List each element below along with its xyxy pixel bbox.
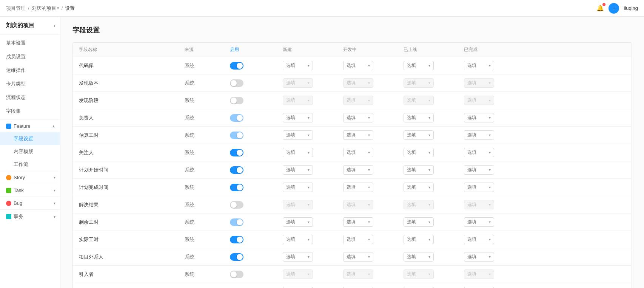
select-box[interactable]: 选填▾: [404, 165, 434, 175]
field-toggle[interactable]: [230, 253, 243, 261]
sidebar-group-header-task[interactable]: Task ▾: [0, 184, 60, 197]
select-chevron-icon: ▾: [308, 272, 310, 276]
sidebar-item-ops[interactable]: 运维操作: [0, 63, 60, 77]
field-toggle[interactable]: [230, 271, 243, 278]
field-toggle[interactable]: [230, 149, 243, 156]
select-label: 选填: [467, 219, 476, 225]
sidebar-sub-item-field-settings[interactable]: 字段设置: [0, 132, 60, 145]
select-label: 选填: [347, 115, 356, 121]
select-box[interactable]: 选填▾: [404, 130, 434, 140]
select-box[interactable]: 选填▾: [283, 61, 313, 70]
new-cell: 选填▾: [283, 183, 343, 192]
sidebar-item-member[interactable]: 成员设置: [0, 50, 60, 63]
field-name-cell: 关注人: [79, 149, 185, 156]
field-toggle[interactable]: [230, 62, 243, 70]
select-label: 选填: [467, 201, 476, 208]
sidebar-item-basic[interactable]: 基本设置: [0, 36, 60, 50]
select-box[interactable]: 选填▾: [404, 61, 434, 70]
story-chevron-icon: ▾: [54, 175, 55, 180]
select-box[interactable]: 选填▾: [283, 113, 313, 122]
select-box[interactable]: 选填▾: [404, 148, 434, 157]
field-name-cell: 估算工时: [79, 132, 185, 139]
select-box[interactable]: 选填▾: [343, 130, 373, 140]
select-label: 选填: [347, 201, 356, 208]
user-name[interactable]: liuqing: [624, 5, 638, 11]
breadcrumb-project-mgmt[interactable]: 项目管理: [6, 5, 26, 12]
select-box[interactable]: 选填▾: [464, 252, 494, 262]
select-box[interactable]: 选填▾: [283, 148, 313, 157]
select-box[interactable]: 选填▾: [343, 61, 373, 70]
select-label: 选填: [286, 219, 295, 225]
field-toggle[interactable]: [230, 114, 243, 122]
new-cell: 选填▾: [283, 113, 343, 122]
select-chevron-icon: ▾: [489, 272, 491, 276]
table-row: 发现阶段系统选填▾选填▾选填▾选填▾: [73, 92, 632, 109]
select-box[interactable]: 选填▾: [464, 165, 494, 175]
online-cell: 选填▾: [404, 148, 464, 157]
done-cell: 选填▾: [464, 200, 524, 209]
sidebar-sub-item-workflow[interactable]: 工作流: [0, 158, 60, 171]
select-label: 选填: [286, 167, 295, 173]
sidebar-group-header-feature[interactable]: Feature ▲: [0, 120, 60, 132]
sidebar-item-card-type[interactable]: 卡片类型: [0, 77, 60, 91]
select-box[interactable]: 选填▾: [343, 113, 373, 122]
field-toggle[interactable]: [230, 97, 243, 104]
select-box[interactable]: 选填▾: [404, 252, 434, 262]
select-box[interactable]: 选填▾: [283, 165, 313, 175]
field-toggle[interactable]: [230, 79, 243, 87]
online-cell: 选填▾: [404, 113, 464, 122]
field-source-cell: 系统: [185, 219, 230, 226]
select-box[interactable]: 选填▾: [343, 217, 373, 227]
select-box[interactable]: 选填▾: [283, 217, 313, 227]
dev-cell: 选填▾: [343, 200, 404, 209]
select-box[interactable]: 选填▾: [404, 217, 434, 227]
collapse-icon[interactable]: ‹: [54, 23, 55, 29]
new-cell: 选填▾: [283, 235, 343, 244]
field-name-cell: 发现版本: [79, 80, 185, 87]
field-toggle[interactable]: [230, 236, 243, 243]
field-toggle[interactable]: [230, 166, 243, 174]
select-chevron-icon: ▾: [428, 98, 430, 102]
select-box[interactable]: 选填▾: [343, 252, 373, 262]
select-box[interactable]: 选填▾: [343, 235, 373, 244]
sidebar-sub-item-content-template[interactable]: 内容模版: [0, 145, 60, 158]
select-box[interactable]: 选填▾: [343, 148, 373, 157]
sidebar-group-header-bug[interactable]: Bug ▾: [0, 197, 60, 209]
dev-cell: 选填▾: [343, 61, 404, 70]
select-box[interactable]: 选填▾: [343, 165, 373, 175]
select-box[interactable]: 选填▾: [464, 61, 494, 70]
select-box[interactable]: 选填▾: [404, 113, 434, 122]
field-toggle[interactable]: [230, 218, 243, 226]
select-box[interactable]: 选填▾: [464, 130, 494, 140]
select-box[interactable]: 选填▾: [283, 183, 313, 192]
select-box[interactable]: 选填▾: [343, 183, 373, 192]
field-toggle[interactable]: [230, 201, 243, 209]
field-toggle[interactable]: [230, 184, 243, 191]
select-label: 选填: [467, 132, 476, 138]
select-label: 选填: [347, 184, 356, 190]
select-label: 选填: [407, 167, 416, 173]
field-source-cell: 系统: [185, 271, 230, 278]
select-box[interactable]: 选填▾: [464, 148, 494, 157]
sidebar-item-fields[interactable]: 字段集: [0, 104, 60, 118]
avatar[interactable]: i: [609, 3, 619, 14]
select-box[interactable]: 选填▾: [283, 252, 313, 262]
field-toggle[interactable]: [230, 132, 243, 139]
select-box: 选填▾: [343, 96, 373, 105]
sidebar-group-header-affairs[interactable]: 事务 ▾: [0, 210, 60, 223]
select-label: 选填: [467, 62, 476, 69]
dev-cell: 选填▾: [343, 252, 404, 262]
select-box[interactable]: 选填▾: [404, 235, 434, 244]
select-box[interactable]: 选填▾: [464, 217, 494, 227]
sidebar-item-flow[interactable]: 流程状态: [0, 91, 60, 104]
notification-bell[interactable]: 🔔: [596, 5, 604, 12]
select-box[interactable]: 选填▾: [464, 113, 494, 122]
breadcrumb-project-name[interactable]: 刘庆的项目 ▾: [32, 5, 59, 12]
sidebar-group-header-story[interactable]: Story ▾: [0, 171, 60, 184]
select-box[interactable]: 选填▾: [464, 235, 494, 244]
select-box[interactable]: 选填▾: [283, 130, 313, 140]
select-box[interactable]: 选填▾: [283, 235, 313, 244]
select-box[interactable]: 选填▾: [404, 183, 434, 192]
select-box[interactable]: 选填▾: [464, 183, 494, 192]
field-source-cell: 系统: [185, 149, 230, 156]
